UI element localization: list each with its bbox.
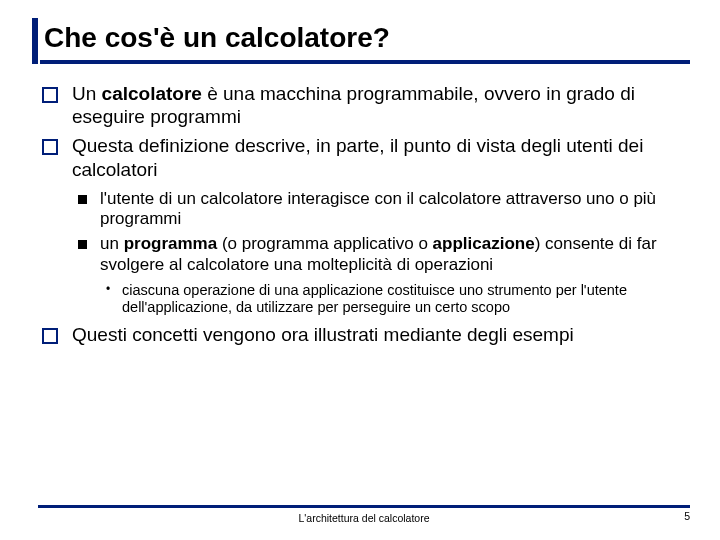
bullet-lvl1: Questa definizione descrive, in parte, i… [38,134,690,317]
slide-content: Un calcolatore è una macchina programmab… [38,82,690,346]
text: (o programma applicativo o [217,234,432,253]
text: l'utente di un calcolatore interagisce c… [100,189,656,229]
bold-text: calcolatore [102,83,202,104]
bullet-list-lvl2: l'utente di un calcolatore interagisce c… [72,189,690,317]
text: Questi concetti vengono ora illustrati m… [72,324,574,345]
page-number: 5 [684,510,690,522]
bullet-lvl2: l'utente di un calcolatore interagisce c… [72,189,690,230]
bullet-list-lvl3: ciascuna operazione di una applicazione … [100,282,690,317]
text: Un [72,83,102,104]
slide-title: Che cos'è un calcolatore? [40,18,690,64]
text: ciascuna operazione di una applicazione … [122,282,627,316]
bullet-lvl1: Un calcolatore è una macchina programmab… [38,82,690,128]
bullet-lvl3: ciascuna operazione di una applicazione … [100,282,690,317]
text: un [100,234,124,253]
slide-footer: L'architettura del calcolatore 5 [38,505,690,524]
bullet-list-lvl1: Un calcolatore è una macchina programmab… [38,82,690,346]
title-block: Che cos'è un calcolatore? [32,18,690,64]
slide: Che cos'è un calcolatore? Un calcolatore… [0,0,720,540]
footer-text: L'architettura del calcolatore [299,512,430,524]
bold-text: applicazione [433,234,535,253]
text: Questa definizione descrive, in parte, i… [72,135,643,179]
bold-text: programma [124,234,218,253]
bullet-lvl1: Questi concetti vengono ora illustrati m… [38,323,690,346]
bullet-lvl2: un programma (o programma applicativo o … [72,234,690,317]
